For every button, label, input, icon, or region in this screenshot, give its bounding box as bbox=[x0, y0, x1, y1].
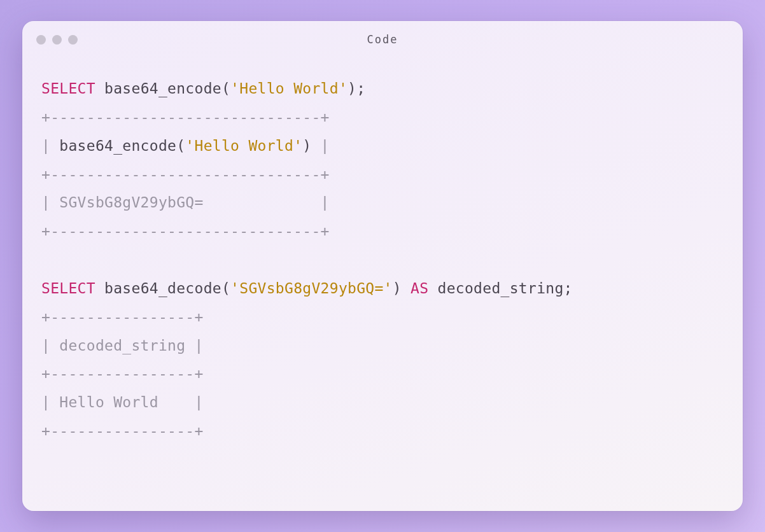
table-cell-close: | bbox=[311, 137, 329, 154]
keyword-select: SELECT bbox=[41, 80, 95, 97]
code-window: Code SELECT base64_encode('Hello World')… bbox=[22, 21, 743, 511]
table-header: | decoded_string | bbox=[41, 337, 204, 354]
table-border: +----------------+ bbox=[41, 309, 204, 325]
table-row: | SGVsbG8gV29ybGQ= | bbox=[41, 194, 330, 211]
table-border: +------------------------------+ bbox=[41, 109, 330, 125]
keyword-as: AS bbox=[411, 280, 428, 297]
minimize-icon[interactable] bbox=[52, 35, 62, 45]
code-text: ); bbox=[347, 80, 365, 97]
code-text: decoded_string; bbox=[428, 280, 572, 297]
code-text: base64_decode( bbox=[95, 280, 230, 297]
table-border: +----------------+ bbox=[41, 365, 204, 382]
keyword-select: SELECT bbox=[41, 280, 95, 297]
string-literal: 'SGVsbG8gV29ybGQ=' bbox=[230, 280, 393, 297]
traffic-lights bbox=[36, 35, 78, 45]
string-literal: 'Hello World' bbox=[185, 137, 302, 154]
table-cell-open: | bbox=[41, 137, 59, 154]
window-title: Code bbox=[22, 33, 743, 46]
code-content[interactable]: SELECT base64_encode('Hello World'); +--… bbox=[22, 58, 743, 465]
code-text: ) bbox=[393, 280, 411, 297]
table-border: +------------------------------+ bbox=[41, 223, 330, 239]
table-row: | Hello World | bbox=[41, 394, 204, 410]
code-text: base64_encode( bbox=[95, 80, 230, 97]
table-border: +------------------------------+ bbox=[41, 166, 330, 183]
close-icon[interactable] bbox=[36, 35, 46, 45]
titlebar: Code bbox=[22, 21, 743, 58]
code-text: ) bbox=[302, 137, 311, 154]
code-text: base64_encode( bbox=[59, 137, 185, 154]
string-literal: 'Hello World' bbox=[230, 80, 347, 97]
table-border: +----------------+ bbox=[41, 423, 204, 439]
maximize-icon[interactable] bbox=[68, 35, 78, 45]
